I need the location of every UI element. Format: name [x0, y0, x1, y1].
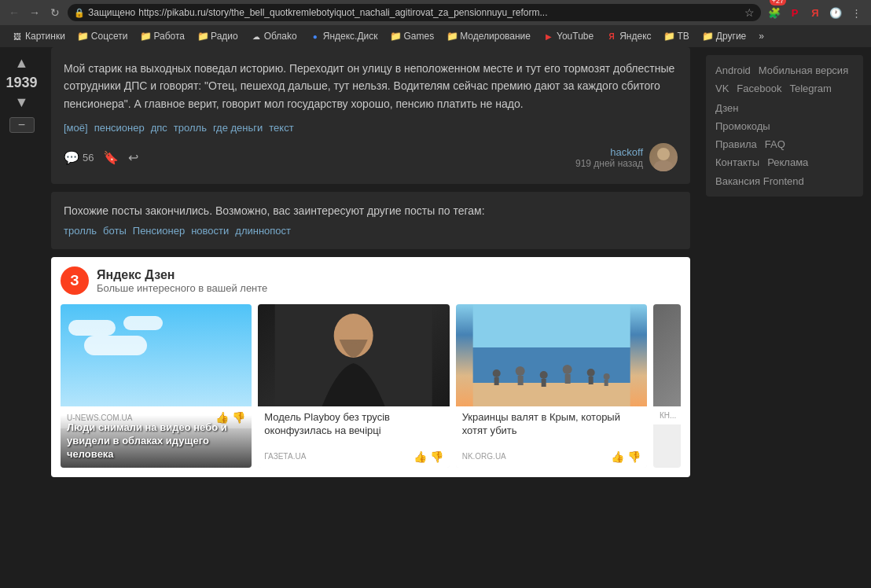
menu-icon[interactable]: ⋮	[847, 4, 865, 21]
dzen-logo: З	[61, 266, 89, 295]
svg-rect-6	[472, 304, 630, 347]
save-button[interactable]: 🔖	[103, 150, 119, 165]
extensions-icon[interactable]: 🧩 +27	[766, 4, 783, 21]
rabota-icon: 📁	[140, 31, 151, 42]
bookmark-label: Яндекс.Диск	[323, 31, 378, 42]
socseti-icon: 📁	[78, 31, 89, 42]
dzen-card-footer-4: КН...	[653, 406, 681, 424]
sidebar-dzen[interactable]: Дзен	[715, 102, 738, 114]
sidebar-ads[interactable]: Реклама	[767, 156, 808, 168]
back-button[interactable]: ←	[6, 5, 22, 20]
comment-icon: 💬	[64, 150, 79, 165]
sidebar-vacancy[interactable]: Вакансия Frontend	[715, 175, 804, 187]
tag-dps[interactable]: дпс	[151, 122, 167, 134]
bookmark-yandex[interactable]: Я Яндекс	[601, 29, 656, 43]
share-button[interactable]: ↩	[128, 150, 138, 165]
vote-up-button[interactable]: ▲	[15, 55, 29, 72]
pinterest-icon[interactable]: P	[786, 4, 803, 21]
bookmark-yadisk[interactable]: ● Яндекс.Диск	[304, 29, 384, 43]
dzen-card-3[interactable]: Украинцы валят в Крым, который хотят уби…	[456, 304, 647, 468]
similar-tag-novosti[interactable]: новости	[191, 225, 229, 237]
dzen-block: З Яндекс Дзен Больше интересного в вашей…	[51, 257, 690, 477]
sidebar-telegram[interactable]: Telegram	[789, 83, 831, 94]
bookmark-youtube[interactable]: ▶ YouTube	[538, 29, 599, 43]
svg-rect-10	[494, 377, 498, 385]
bookmark-more[interactable]: »	[753, 29, 770, 43]
clock-icon[interactable]: 🕐	[827, 4, 844, 21]
svg-point-0	[657, 148, 670, 160]
tag-pensioner[interactable]: пенсионер	[94, 122, 145, 134]
comment-count: 56	[83, 152, 94, 164]
post-actions: 💬 56 🔖 ↩	[64, 150, 138, 165]
bookmark-games[interactable]: 📁 Games	[385, 29, 440, 43]
dzen-card-1[interactable]: Люди снимали на видео небо и увидели в о…	[61, 304, 252, 468]
bookmark-tv[interactable]: 📁 ТВ	[659, 29, 695, 43]
dzen-card-footer-3: NK.ORG.UA 👍 👎	[456, 446, 647, 468]
kartinki-icon: 🖼	[12, 31, 23, 42]
bookmark-star-icon[interactable]: ☆	[744, 6, 755, 19]
bookmark-label: ТВ	[678, 31, 689, 42]
dzen-vote-down-2[interactable]: 👎	[430, 450, 443, 463]
refresh-button[interactable]: ↻	[47, 5, 63, 20]
sidebar-rules[interactable]: Правила	[715, 138, 757, 150]
dzen-vote-down-3[interactable]: 👎	[627, 450, 641, 463]
bookmark-label: Облako	[264, 31, 297, 42]
sidebar-facebook[interactable]: Facebook	[737, 83, 781, 94]
dzen-card-2[interactable]: Модель Playboy без трусів оконфузилась н…	[258, 304, 449, 468]
svg-point-15	[562, 365, 571, 374]
tag-gde-dengi[interactable]: где деньги	[213, 122, 263, 134]
forward-button[interactable]: →	[27, 5, 42, 20]
yandex-bm-icon: Я	[606, 31, 617, 42]
vote-down-button[interactable]: ▼	[15, 94, 29, 111]
tag-tekst[interactable]: текст	[269, 122, 293, 134]
minus-button[interactable]: −	[9, 117, 35, 133]
cloud-2	[84, 336, 147, 355]
bookmark-rabota[interactable]: 📁 Работа	[134, 29, 190, 43]
author-name[interactable]: hackoff	[575, 146, 643, 158]
similar-tag-boty[interactable]: боты	[103, 225, 127, 237]
dzen-vote-up-3[interactable]: 👍	[611, 450, 624, 463]
dzen-title-block: Яндекс Дзен Больше интересного в вашей л…	[97, 268, 267, 294]
sidebar-vk[interactable]: VK	[715, 83, 729, 94]
bookmark-modelirovanie[interactable]: 📁 Моделирование	[441, 29, 536, 43]
yandex-icon[interactable]: Я	[807, 4, 824, 21]
lock-icon: 🔒	[74, 8, 85, 18]
avatar[interactable]	[649, 143, 678, 171]
post-card: Мой старик на выходных поведал историю. …	[51, 47, 690, 184]
dzen-card-footer-2: ГАЗЕТА.UA 👍 👎	[258, 446, 449, 468]
sidebar-contacts[interactable]: Контакты	[715, 156, 759, 168]
similar-tags: тролль боты Пенсионер новости длиннопост	[64, 225, 678, 237]
similar-tag-troll[interactable]: тролль	[64, 225, 97, 237]
yadisk-icon: ●	[310, 31, 321, 42]
similar-tag-dlinnpost[interactable]: длиннопост	[235, 225, 291, 237]
dzen-card-title-below-2: Модель Playboy без трусів оконфузилась н…	[258, 406, 449, 446]
tag-moe[interactable]: [моё]	[64, 122, 88, 134]
author-details: hackoff 919 дней назад	[575, 146, 643, 169]
bookmark-kartinki[interactable]: 🖼 Картинки	[6, 29, 71, 43]
dzen-card-img-beach	[456, 304, 647, 406]
bookmark-oblako[interactable]: ☁ Облako	[245, 29, 303, 43]
comments-button[interactable]: 💬 56	[64, 150, 94, 165]
sidebar-android[interactable]: Android	[715, 64, 751, 76]
sidebar-mobile[interactable]: Мобильная версия	[759, 64, 848, 76]
dzen-card-2-vote: 👍 👎	[413, 450, 443, 463]
dzen-card-4[interactable]: КН...	[653, 304, 681, 468]
bookmark-socseti[interactable]: 📁 Соцсети	[72, 29, 134, 43]
bookmark-radio[interactable]: 📁 Радио	[192, 29, 244, 43]
similar-tag-pensioner[interactable]: Пенсионер	[133, 225, 185, 237]
sidebar-faq[interactable]: FAQ	[765, 138, 785, 150]
dzen-card-title-below-3: Украинцы валят в Крым, который хотят уби…	[456, 406, 647, 446]
bookmark-label: Games	[404, 31, 435, 42]
cloud-3	[123, 316, 163, 330]
address-bar[interactable]: 🔒 Защищено https://pikabu.ru/story/the_b…	[68, 4, 761, 21]
tv-icon: 📁	[664, 31, 675, 42]
tag-troll[interactable]: тролль	[174, 122, 207, 134]
sidebar-row-4: Контакты Реклама	[715, 156, 854, 168]
svg-rect-18	[588, 377, 593, 384]
browser-toolbar: ← → ↻ 🔒 Защищено https://pikabu.ru/story…	[0, 0, 871, 25]
bookmark-other[interactable]: 📁 Другие	[696, 29, 752, 43]
dzen-vote-up-2[interactable]: 👍	[413, 450, 427, 463]
sidebar-promo[interactable]: Промокоды	[715, 120, 854, 132]
dzen-card-2-source: ГАЗЕТА.UA	[264, 452, 306, 461]
post-footer: 💬 56 🔖 ↩ hackoff 919 дней назад	[64, 143, 678, 171]
